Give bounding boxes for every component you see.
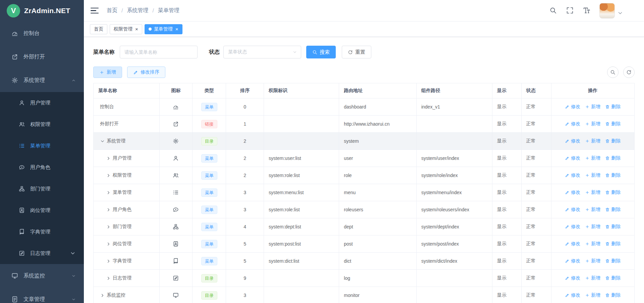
chevron-down-icon	[292, 50, 297, 54]
sidebar-item-user[interactable]: 用户管理	[0, 92, 84, 114]
sidebar-item-role[interactable]: 权限管理	[0, 114, 84, 135]
avatar[interactable]	[599, 3, 615, 18]
chevron-right-toggle[interactable]	[106, 224, 111, 229]
plus-icon	[585, 293, 590, 298]
edit-link[interactable]: 修改	[565, 172, 580, 178]
font-size-button[interactable]	[583, 7, 591, 15]
chevron-right-toggle[interactable]	[100, 293, 105, 298]
chevron-down-icon[interactable]	[617, 10, 623, 16]
breadcrumb-item[interactable]: 首页	[107, 7, 117, 14]
edit-link[interactable]: 修改	[565, 155, 580, 161]
table-row: 控制台 菜单 0 dashboard index_v1 显示 正常 修改新增删除	[94, 98, 635, 116]
chevron-right-toggle[interactable]	[106, 242, 111, 247]
chevron-right-toggle[interactable]	[106, 156, 111, 161]
add-link[interactable]: 新增	[585, 172, 600, 178]
delete-icon	[605, 139, 610, 143]
tab-menu[interactable]: 菜单管理×	[145, 24, 182, 34]
chevron-right-toggle[interactable]	[106, 276, 111, 281]
edit-link[interactable]: 修改	[565, 121, 580, 127]
chevron-right-toggle[interactable]	[106, 190, 111, 195]
sidebar-item-roleusers[interactable]: 用户角色	[0, 157, 84, 178]
close-icon[interactable]: ×	[135, 27, 138, 32]
sort-edit-button[interactable]: 修改排序	[127, 67, 165, 78]
breadcrumb-item[interactable]: 系统管理	[127, 7, 148, 14]
edit-link[interactable]: 修改	[565, 224, 580, 230]
edit-link[interactable]: 修改	[565, 207, 580, 213]
plus-icon	[585, 242, 590, 246]
delete-link[interactable]: 删除	[605, 121, 621, 127]
status-select[interactable]: 菜单状态	[223, 46, 301, 58]
chevron-right-toggle[interactable]	[106, 207, 111, 212]
search-button-label: 搜索	[320, 49, 330, 55]
chevron-right-toggle[interactable]	[106, 173, 111, 178]
tab-role[interactable]: 权限管理×	[110, 24, 142, 34]
add-link[interactable]: 新增	[585, 258, 600, 264]
edit-link[interactable]: 修改	[565, 104, 580, 110]
sidebar-item-article[interactable]: 文章管理	[0, 288, 84, 303]
delete-link[interactable]: 删除	[605, 189, 621, 196]
add-link[interactable]: 新增	[585, 104, 600, 110]
table-refresh-button[interactable]	[623, 67, 635, 78]
sidebar-item-system[interactable]: 系统管理	[0, 69, 84, 92]
sidebar-item-post[interactable]: 岗位管理	[0, 200, 84, 221]
add-link[interactable]: 新增	[585, 189, 600, 196]
add-link[interactable]: 新增	[585, 121, 600, 127]
edit-link[interactable]: 修改	[565, 275, 580, 281]
component-value: system/dict/index	[416, 253, 492, 270]
delete-link[interactable]: 删除	[605, 172, 621, 178]
refresh-icon	[626, 70, 632, 75]
add-link[interactable]: 新增	[585, 207, 600, 213]
close-icon[interactable]: ×	[175, 27, 178, 32]
table-search-button[interactable]	[607, 67, 619, 78]
type-tag: 菜单	[201, 206, 217, 214]
delete-link[interactable]: 删除	[605, 104, 621, 110]
delete-link[interactable]: 删除	[605, 224, 621, 230]
search-icon	[549, 7, 557, 14]
edit-link[interactable]: 修改	[565, 138, 580, 144]
perm-value	[264, 270, 339, 287]
add-link[interactable]: 新增	[585, 275, 600, 281]
column-header: 排序	[226, 83, 264, 98]
delete-link[interactable]: 删除	[605, 138, 621, 144]
fullscreen-button[interactable]	[566, 7, 574, 15]
sidebar-item-menu[interactable]: 菜单管理	[0, 135, 84, 157]
edit-link[interactable]: 修改	[565, 292, 580, 298]
tab-home[interactable]: 首页	[90, 24, 107, 34]
delete-link[interactable]: 删除	[605, 241, 621, 247]
sidebar-item-dept[interactable]: 部门管理	[0, 178, 84, 200]
delete-link[interactable]: 删除	[605, 155, 621, 161]
external-link-icon	[11, 53, 18, 60]
add-link[interactable]: 新增	[585, 292, 600, 298]
chevron-down-toggle[interactable]	[100, 139, 105, 144]
add-link[interactable]: 新增	[585, 241, 600, 247]
edit-link[interactable]: 修改	[565, 189, 580, 196]
breadcrumb-item[interactable]: 菜单管理	[158, 7, 179, 14]
menu-name-input[interactable]	[120, 46, 198, 58]
sidebar-item-label: 用户管理	[30, 100, 50, 106]
delete-link[interactable]: 删除	[605, 275, 621, 281]
edit-link[interactable]: 修改	[565, 258, 580, 264]
sidebar-item-external[interactable]: 外部打开	[0, 45, 84, 69]
hamburger-icon[interactable]	[91, 6, 99, 15]
add-link[interactable]: 新增	[585, 155, 600, 161]
user-menu[interactable]	[599, 3, 623, 18]
sidebar-item-console[interactable]: 控制台	[0, 21, 84, 45]
add-link[interactable]: 新增	[585, 224, 600, 230]
search-button[interactable]: 搜索	[306, 46, 336, 58]
delete-icon	[605, 104, 610, 109]
reset-button[interactable]: 重置	[342, 46, 371, 58]
delete-link[interactable]: 删除	[605, 207, 621, 213]
sidebar-item-label: 文章管理	[23, 296, 45, 303]
delete-link[interactable]: 删除	[605, 292, 621, 298]
add-link[interactable]: 新增	[585, 138, 600, 144]
sort-value: 5	[226, 253, 264, 270]
page-content: 菜单名称 状态 菜单状态 搜索 重置 新增	[84, 37, 644, 303]
sidebar-item-log[interactable]: 日志管理	[0, 243, 84, 264]
delete-link[interactable]: 删除	[605, 258, 621, 264]
add-button[interactable]: 新增	[93, 67, 122, 78]
sidebar-item-monitor[interactable]: 系统监控	[0, 264, 84, 288]
sidebar-item-dict[interactable]: 字典管理	[0, 221, 84, 243]
edit-link[interactable]: 修改	[565, 241, 580, 247]
search-button[interactable]	[549, 7, 557, 15]
chevron-right-toggle[interactable]	[106, 259, 111, 264]
